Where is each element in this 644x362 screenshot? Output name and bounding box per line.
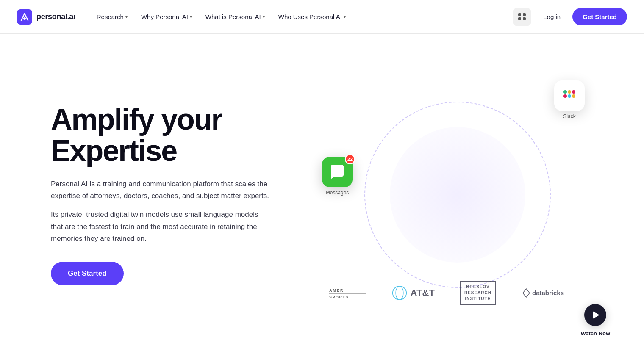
nav-left: personal.ai Research ▾ Why Personal AI ▾… <box>17 9 352 25</box>
get-started-button-hero[interactable]: Get Started <box>51 262 124 285</box>
hero-title: Amplify your Expertise <box>51 104 305 166</box>
breslov-logo: BRESLOVRESEARCHINSTITUTE <box>460 281 496 305</box>
chevron-down-icon: ▾ <box>344 14 346 19</box>
slack-label: Slack <box>563 113 575 119</box>
nav-item-what-is-personal-ai[interactable]: What is Personal AI ▾ <box>200 10 271 24</box>
slack-app-card: Slack <box>554 80 585 119</box>
play-button[interactable] <box>584 304 606 326</box>
nav-item-research[interactable]: Research ▾ <box>91 10 133 24</box>
amer-sports-svg: AMER SPORTS <box>328 286 366 301</box>
nav-item-who-uses-personal-ai[interactable]: Who Uses Personal AI ▾ <box>272 10 352 24</box>
nav-links: Research ▾ Why Personal AI ▾ What is Per… <box>91 10 352 24</box>
hero-desc-1: Personal AI is a training and communicat… <box>51 178 271 202</box>
att-text: AT&T <box>411 287 435 298</box>
chevron-down-icon: ▾ <box>190 14 192 19</box>
messages-icon: 22 <box>322 157 353 187</box>
logo-link[interactable]: personal.ai <box>17 9 75 25</box>
watch-now-wrapper: Watch Now <box>580 304 610 337</box>
messages-svg <box>328 163 346 181</box>
hero-section: Amplify your Expertise Personal AI is a … <box>0 34 644 347</box>
watch-now-label: Watch Now <box>580 330 610 337</box>
messages-app-card: 22 Messages <box>322 157 353 196</box>
svg-text:SPORTS: SPORTS <box>329 295 349 299</box>
partner-logos: AMER SPORTS AT&T <box>305 273 610 318</box>
svg-point-1 <box>23 17 26 20</box>
chevron-down-icon: ▾ <box>125 14 128 19</box>
navigation: personal.ai Research ▾ Why Personal AI ▾… <box>0 0 644 34</box>
databricks-logo: databricks <box>521 287 576 299</box>
amer-sports-logo: AMER SPORTS <box>328 286 366 301</box>
svg-text:AMER: AMER <box>329 288 344 293</box>
login-button[interactable]: Log in <box>538 10 566 24</box>
logo-icon <box>17 9 32 25</box>
nav-right: Log in Get Started <box>513 8 627 26</box>
orbit-ring <box>364 102 551 288</box>
grid-menu-button[interactable] <box>513 8 531 26</box>
att-logo: AT&T <box>392 285 435 301</box>
grid-icon <box>518 13 526 21</box>
get-started-button-nav[interactable]: Get Started <box>572 8 627 25</box>
svg-rect-0 <box>17 9 32 25</box>
messages-badge: 22 <box>345 154 355 164</box>
slack-svg <box>560 86 579 105</box>
svg-text:databricks: databricks <box>532 289 564 296</box>
svg-marker-11 <box>523 289 530 297</box>
play-icon <box>593 311 600 319</box>
chevron-down-icon: ▾ <box>263 14 265 19</box>
messages-label: Messages <box>326 190 349 196</box>
hero-desc-2: Its private, trusted digital twin models… <box>51 209 271 244</box>
hero-illustration: Slack 22 Messages AMER SPORTS <box>305 72 610 318</box>
hero-content: Amplify your Expertise Personal AI is a … <box>51 104 305 285</box>
databricks-svg: databricks <box>521 287 576 299</box>
nav-item-why-personal-ai[interactable]: Why Personal AI ▾ <box>135 10 198 24</box>
att-globe-icon <box>392 285 407 301</box>
slack-icon <box>554 80 585 111</box>
logo-text: personal.ai <box>36 12 75 21</box>
